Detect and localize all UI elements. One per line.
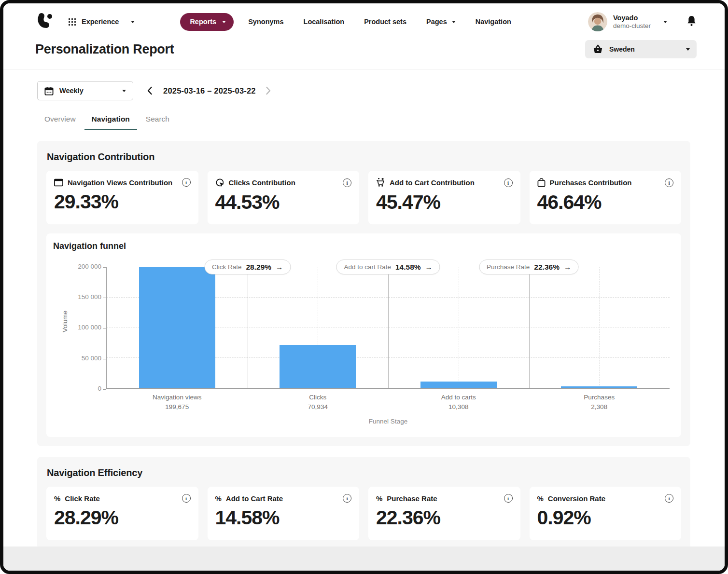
nav-item-product-sets[interactable]: Product sets (364, 18, 406, 26)
period-selector[interactable]: Weekly (37, 81, 133, 100)
tab-search[interactable]: Search (139, 115, 177, 130)
info-icon[interactable] (665, 494, 673, 503)
y-tick: 200 000 (57, 263, 101, 270)
nav-item-pages-label: Pages (426, 18, 447, 26)
y-tick: 0 (57, 385, 101, 392)
x-category-label: Purchases 2,308 (584, 393, 615, 411)
info-icon[interactable] (343, 178, 351, 187)
report-toolbar: Weekly 2025-03-16 – 2025-03-22 (37, 81, 690, 100)
browser-window-icon (54, 178, 63, 187)
metric-value: 0.92% (537, 506, 674, 529)
metric-value: 28.29% (54, 506, 191, 529)
info-icon[interactable] (504, 178, 513, 187)
rate-value: 28.29% (246, 263, 271, 272)
page-content: Weekly 2025-03-16 – 2025-03-22 Overview (3, 81, 725, 547)
efficiency-section: Navigation Efficiency Click Rate 28.29% (37, 457, 690, 547)
percent-icon (54, 494, 60, 503)
tab-navigation[interactable]: Navigation (84, 115, 137, 130)
category-name: Clicks (308, 393, 328, 402)
report-tabs: Overview Navigation Search (37, 115, 632, 130)
app-header: Experience Reports Synonyms Localisation… (3, 3, 725, 69)
nav-item-pages[interactable]: Pages (426, 18, 456, 26)
metric-value: 29.33% (54, 191, 191, 213)
metric-card-add-to-cart-rate: Add to Cart Rate 14.58% (208, 487, 360, 540)
info-icon[interactable] (343, 494, 351, 503)
add-to-cart-icon (376, 178, 385, 187)
main-area: Experience Reports Synonyms Localisation… (3, 3, 725, 547)
percent-icon (215, 494, 222, 503)
purchase-rate-pill[interactable]: Purchase Rate 22.36% (479, 260, 579, 274)
user-cluster: demo-cluster (613, 22, 651, 30)
shopping-bag-icon (537, 178, 546, 187)
nav-item-synonyms[interactable]: Synonyms (248, 18, 283, 26)
percent-icon (537, 494, 544, 503)
metric-card-click-rate: Click Rate 28.29% (46, 487, 198, 540)
click-rate-pill[interactable]: Click Rate 28.29% (204, 260, 291, 274)
add-to-cart-rate-pill[interactable]: Add to cart Rate 14.58% (336, 260, 440, 274)
tab-overview[interactable]: Overview (37, 115, 83, 130)
x-category-label: Add to carts 10,308 (441, 393, 476, 411)
chevron-down-icon (122, 90, 126, 92)
click-cursor-icon (215, 178, 224, 187)
category-value: 2,308 (584, 402, 615, 412)
category-name: Add to carts (441, 393, 476, 402)
grid-apps-icon (68, 18, 76, 26)
chevron-down-icon (452, 21, 456, 23)
y-axis-label: Volume (61, 300, 69, 343)
funnel-chart: Volume 0 50 000 100 000 150 000 200 000 (53, 251, 674, 427)
stage-separator (388, 267, 389, 388)
nav-item-localisation[interactable]: Localisation (304, 18, 345, 26)
stage-separator (529, 267, 530, 388)
next-period-button[interactable] (264, 84, 273, 97)
arrow-right-icon (425, 263, 433, 271)
funnel-plot-area: Click Rate 28.29% Add to cart Rate 14.58… (106, 267, 670, 389)
user-info: Voyado demo-cluster (613, 14, 651, 30)
funnel-bar-navigation-views (139, 267, 215, 388)
nav-item-navigation[interactable]: Navigation (476, 18, 511, 26)
rate-label: Add to cart Rate (344, 263, 391, 271)
metric-value: 45.47% (376, 191, 513, 214)
chevron-right-icon (266, 86, 271, 95)
funnel-bar-clicks (280, 345, 356, 388)
metric-label: Add to Cart Rate (226, 494, 283, 503)
previous-period-button[interactable] (145, 84, 154, 97)
title-row: Personalization Report Sweden (35, 40, 697, 58)
top-nav-bar: Experience Reports Synonyms Localisation… (35, 9, 697, 34)
info-icon[interactable] (504, 494, 513, 503)
metric-value: 46.64% (537, 191, 674, 214)
rate-value: 14.58% (395, 263, 421, 272)
category-value: 70,934 (308, 402, 328, 412)
info-icon[interactable] (182, 494, 191, 503)
category-value: 10,308 (441, 402, 476, 412)
user-menu[interactable]: Voyado demo-cluster (588, 12, 667, 31)
reports-button-label: Reports (190, 18, 216, 26)
metric-label: Clicks Contribution (229, 178, 295, 187)
voyado-logo-icon (35, 12, 56, 31)
period-selector-value: Weekly (59, 87, 84, 95)
reports-button[interactable]: Reports (180, 13, 234, 31)
notifications-bell-icon[interactable] (686, 15, 697, 28)
y-tick: 50 000 (57, 355, 101, 362)
metric-value: 44.53% (215, 191, 352, 214)
info-icon[interactable] (182, 178, 191, 187)
market-selector[interactable]: Sweden (585, 40, 697, 58)
metric-label: Add to Cart Contribution (390, 178, 475, 187)
page-title: Personalization Report (35, 42, 174, 57)
efficiency-cards: Click Rate 28.29% Add to Cart Rate 14.58… (46, 487, 681, 540)
metric-value: 22.36% (376, 506, 513, 529)
category-value: 199,675 (153, 402, 201, 412)
user-name: Voyado (613, 14, 651, 22)
category-name: Navigation views (153, 393, 201, 402)
info-icon[interactable] (665, 178, 673, 187)
app-window: Experience Reports Synonyms Localisation… (0, 0, 728, 574)
chevron-down-icon (131, 21, 135, 23)
percent-icon (376, 494, 382, 503)
x-category-label: Clicks 70,934 (308, 393, 328, 411)
chevron-down-icon (663, 21, 667, 23)
chevron-down-icon (686, 48, 690, 51)
app-switcher[interactable]: Experience (68, 18, 135, 26)
metric-value: 14.58% (215, 506, 352, 529)
app-menu-label: Experience (82, 18, 119, 26)
funnel-chart-title: Navigation funnel (53, 241, 674, 251)
funnel-bar-add-to-carts (420, 382, 497, 388)
